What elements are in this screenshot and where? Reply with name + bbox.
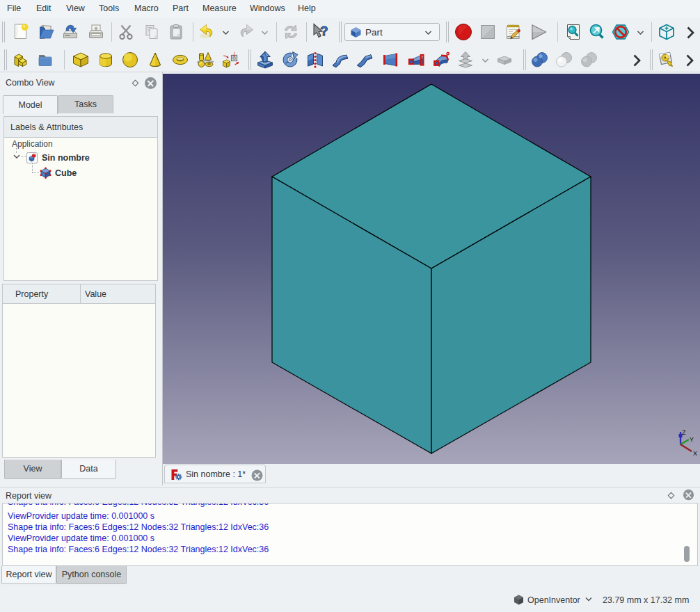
- svg-text:Z: Z: [682, 429, 686, 436]
- svg-text:Y: Y: [690, 436, 694, 443]
- svg-text:X: X: [693, 450, 697, 457]
